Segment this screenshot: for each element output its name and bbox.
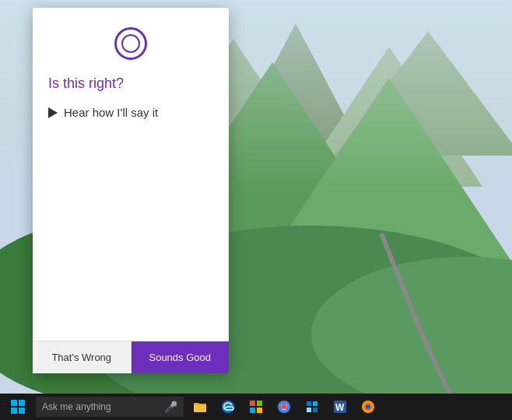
app-icon [305,400,319,414]
hear-pronunciation-button[interactable]: Hear how I'll say it [33,106,174,119]
word-icon[interactable]: W [327,394,353,420]
svg-rect-13 [19,400,25,406]
edge-icon [221,400,235,414]
hear-label: Hear how I'll say it [64,106,158,119]
microphone-icon: 🎤 [164,401,177,413]
svg-rect-15 [19,408,25,414]
apps-icon[interactable] [299,394,325,420]
chrome-icon[interactable] [271,394,297,420]
cortana-question: Is this right? [33,75,139,92]
svg-rect-20 [250,408,255,413]
svg-rect-28 [313,408,317,412]
taskbar: Ask me anything 🎤 [0,394,512,420]
file-explorer-icon[interactable] [187,394,213,420]
search-placeholder: Ask me anything [42,401,160,412]
svg-text:W: W [335,402,345,413]
svg-rect-26 [313,401,317,406]
action-button-row: That's Wrong Sounds Good [33,341,229,373]
firefox-icon[interactable] [355,394,381,420]
cortana-icon [114,27,147,60]
svg-rect-18 [250,401,255,406]
svg-rect-27 [307,408,311,412]
folder-icon [193,400,207,414]
edge-browser-icon[interactable] [215,394,241,420]
windows-logo-icon [11,400,25,414]
word-logo-icon: W [333,400,347,414]
svg-point-33 [366,404,370,409]
svg-rect-14 [11,408,17,414]
sounds-good-button[interactable]: Sounds Good [132,341,230,373]
search-box[interactable]: Ask me anything 🎤 [36,397,184,417]
svg-rect-21 [257,408,262,413]
start-button[interactable] [0,394,36,420]
firefox-logo-icon [361,400,375,414]
play-icon [48,107,58,118]
chrome-logo-icon [277,400,291,414]
thats-wrong-button[interactable]: That's Wrong [33,341,132,373]
svg-rect-12 [11,400,17,406]
windows-store-icon [249,400,263,414]
store-icon[interactable] [243,394,269,420]
svg-rect-25 [307,401,311,406]
cortana-logo [114,27,147,60]
cortana-panel: Is this right? Hear how I'll say it That… [33,8,229,373]
taskbar-app-icons: W [187,394,381,420]
svg-rect-19 [257,401,262,406]
